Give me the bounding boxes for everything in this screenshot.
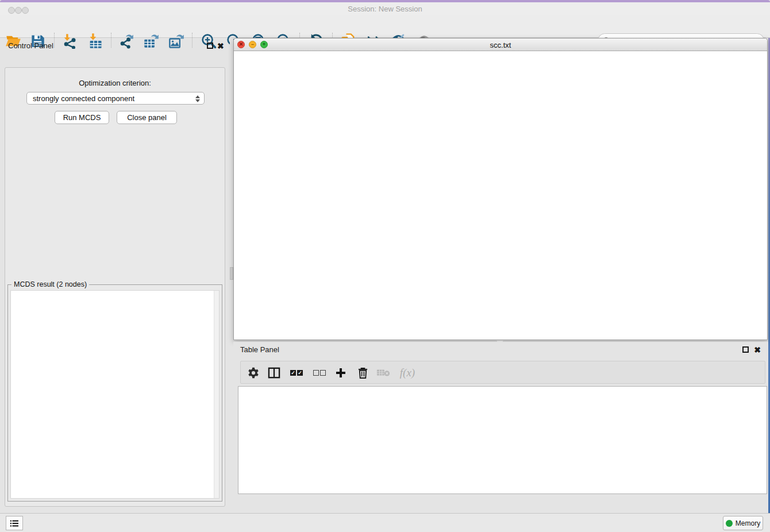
mcds-tab-content: Optimization criterion: strongly connect… — [5, 67, 225, 507]
control-panel-title: Control Panel — [8, 41, 53, 50]
network-view-window[interactable]: ✕ – + scc.txt — [233, 38, 768, 340]
table-toolbar: ✓✓ f(x) — [240, 361, 765, 384]
split-panel-icon[interactable] — [265, 364, 283, 382]
float-panel-button[interactable] — [207, 43, 213, 49]
optimization-criterion-label: Optimization criterion: — [5, 79, 225, 87]
fx-label: f(x) — [400, 367, 415, 379]
status-bar: Memory — [0, 513, 770, 532]
network-window-title: scc.txt — [234, 41, 767, 49]
network-window-titlebar[interactable]: ✕ – + scc.txt — [234, 38, 767, 51]
select-all-icon[interactable]: ✓✓ — [287, 364, 306, 382]
mcds-result-group: MCDS result (2 nodes) — [7, 284, 222, 502]
memory-button[interactable]: Memory — [723, 516, 763, 530]
result-scrollbar[interactable] — [214, 291, 219, 498]
run-mcds-button[interactable]: Run MCDS — [55, 111, 109, 124]
dropdown-stepper-icon — [194, 94, 201, 103]
gear-icon[interactable] — [244, 364, 263, 382]
trash-icon[interactable] — [353, 364, 372, 382]
network-graph[interactable] — [234, 51, 767, 340]
task-history-button[interactable] — [6, 516, 23, 530]
deselect-all-icon[interactable] — [310, 364, 329, 382]
node-table[interactable] — [238, 386, 767, 494]
close-table-panel-icon[interactable]: ✖ — [754, 346, 761, 353]
memory-label: Memory — [736, 519, 760, 527]
table-panel: Table Panel ✖ ✓✓ f(x) — [233, 342, 768, 513]
memory-status-icon — [726, 520, 733, 527]
control-panel-header: Control Panel ✖ — [0, 38, 230, 54]
list-icon — [10, 519, 19, 527]
criterion-dropdown[interactable]: strongly connected component — [26, 92, 205, 105]
function-builder-icon[interactable]: f(x) — [395, 364, 420, 382]
close-panel-button[interactable]: Close panel — [117, 111, 177, 124]
mcds-result-title: MCDS result (2 nodes) — [11, 280, 89, 288]
add-column-icon[interactable] — [332, 364, 350, 382]
main-toolbar — [0, 15, 770, 38]
titlebar[interactable]: Session: New Session — [0, 2, 770, 15]
table-panel-title: Table Panel — [240, 345, 279, 354]
float-table-panel-button[interactable] — [742, 346, 749, 353]
criterion-value: strongly connected component — [33, 94, 134, 103]
window-title: Session: New Session — [0, 5, 770, 13]
network-canvas[interactable] — [234, 51, 767, 340]
delete-table-icon[interactable] — [374, 364, 392, 382]
mcds-result-list[interactable] — [10, 290, 220, 499]
close-panel-icon[interactable]: ✖ — [217, 43, 224, 49]
